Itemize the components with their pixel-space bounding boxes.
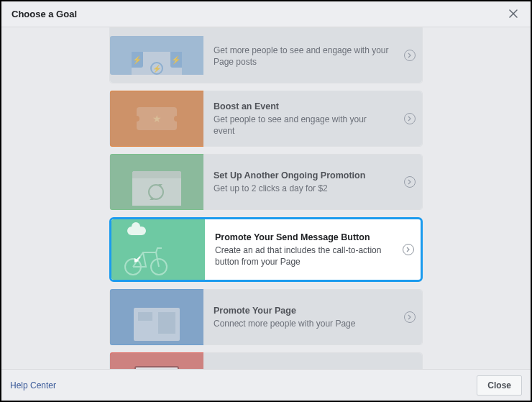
goal-card-send-message[interactable]: Promote Your Send Message Button Create … <box>109 217 423 282</box>
goal-card-boost-event[interactable]: ★ Boost an Event Get people to see and e… <box>109 91 423 147</box>
chevron-right-icon <box>398 176 422 188</box>
spark-icon: ⚡ <box>150 62 163 75</box>
modal-footer: Help Center Close <box>1 369 531 401</box>
bolt-icon: ⚡ <box>170 52 182 68</box>
chevron-right-icon <box>398 113 422 124</box>
bicycle-icon <box>121 244 172 275</box>
browser-icon <box>132 171 181 206</box>
close-button[interactable]: Close <box>477 375 522 396</box>
close-icon[interactable] <box>506 6 520 23</box>
modal-body: ⚡ ⚡ ⚡ Get more people to see and engage … <box>1 27 531 369</box>
chevron-right-icon <box>398 311 422 323</box>
chevron-right-icon <box>398 50 422 61</box>
goal-desc: Create an ad that includes the call-to-a… <box>215 245 387 268</box>
goal-desc: Connect more people with your Page <box>214 318 389 329</box>
goal-thumb-boost-event: ★ <box>110 91 203 147</box>
star-icon: ★ <box>152 113 162 124</box>
goal-list-scroll[interactable]: ⚡ ⚡ ⚡ Get more people to see and engage … <box>1 27 531 369</box>
goal-title: Promote Your Send Message Button <box>215 232 387 243</box>
goal-thumb-website <box>110 352 203 369</box>
modal-header: Choose a Goal <box>1 1 531 27</box>
goal-title: Boost an Event <box>214 101 389 112</box>
goal-card-ongoing-promotion[interactable]: Set Up Another Ongoing Promotion Get up … <box>109 154 423 210</box>
goal-thumb-ongoing <box>110 154 203 210</box>
goal-title: Promote Your Page <box>214 305 389 316</box>
goal-card-website-visitors[interactable]: Get More Website Visitors Create an ad t… <box>109 352 423 369</box>
choose-goal-modal: Choose a Goal ⚡ ⚡ ⚡ <box>1 1 531 401</box>
goal-thumb-boost-post: ⚡ ⚡ ⚡ <box>110 36 203 75</box>
goal-card-boost-post[interactable]: ⚡ ⚡ ⚡ Get more people to see and engage … <box>109 27 423 83</box>
goal-desc: Get people to see and engage with your e… <box>214 114 389 137</box>
help-center-link[interactable]: Help Center <box>10 380 56 390</box>
laptop-icon <box>134 366 179 369</box>
goal-desc: Get more people to see and engage with y… <box>214 45 389 68</box>
goal-title: Get More Website Visitors <box>214 368 389 369</box>
goal-desc: Get up to 2 clicks a day for $2 <box>214 183 389 194</box>
cloud-icon <box>127 227 146 235</box>
cycle-icon <box>148 184 164 200</box>
bolt-icon: ⚡ <box>132 52 143 68</box>
goal-thumb-promote-page <box>110 289 203 345</box>
goal-thumb-send-message <box>111 219 205 280</box>
page-icon <box>134 308 180 341</box>
ticket-icon: ★ <box>137 107 177 130</box>
goal-card-promote-page[interactable]: Promote Your Page Connect more people wi… <box>109 289 423 345</box>
modal-title: Choose a Goal <box>12 9 77 19</box>
chevron-right-icon <box>396 244 421 255</box>
goal-title: Set Up Another Ongoing Promotion <box>214 170 389 181</box>
